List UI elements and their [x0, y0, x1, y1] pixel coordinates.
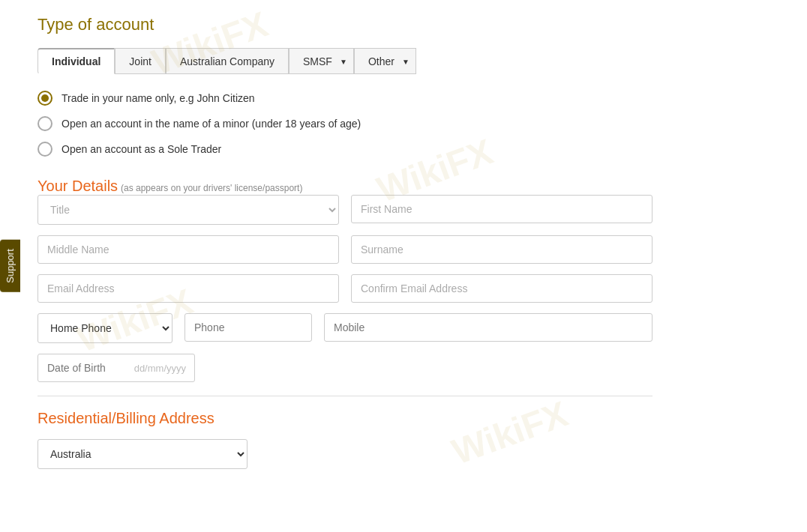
radio-label-sole-trader: Open an account as a Sole Trader: [62, 143, 221, 155]
section-divider: [38, 396, 652, 396]
confirm-email-input[interactable]: [351, 274, 652, 303]
middle-name-input[interactable]: [38, 235, 339, 264]
radio-item-sole-trader[interactable]: Open an account as a Sole Trader: [38, 142, 652, 157]
phone-type-field: Home PhoneWork PhoneMobile: [38, 313, 172, 343]
tab-joint[interactable]: Joint: [115, 48, 166, 74]
your-details-title: Your Details: [38, 178, 118, 194]
email-input[interactable]: [38, 274, 339, 303]
your-details-section: Your Details (as appears on your drivers…: [38, 178, 652, 382]
dob-field: dd/mm/yyyy: [38, 354, 195, 382]
your-details-subtitle: (as appears on your drivers' license/pas…: [121, 183, 302, 193]
middle-name-field: [38, 235, 339, 264]
account-subtype-radio-group: Trade in your name only, e.g John Citize…: [38, 91, 652, 157]
billing-section: Residential/Billing Address AustraliaNew…: [38, 410, 652, 469]
radio-circle-sole-trader: [38, 142, 52, 157]
page-title: Type of account: [38, 15, 652, 34]
account-type-tabs: IndividualJointAustralian CompanySMSF▼Ot…: [38, 48, 652, 74]
first-name-field: [351, 195, 652, 225]
tab-dropdown-arrow-smsf: ▼: [340, 57, 347, 65]
dob-row: dd/mm/yyyy: [38, 354, 652, 382]
radio-label-minor-account: Open an account in the name of a minor (…: [62, 118, 361, 130]
radio-item-minor-account[interactable]: Open an account in the name of a minor (…: [38, 116, 652, 131]
support-tab[interactable]: Support: [0, 240, 20, 292]
tab-other[interactable]: Other▼: [354, 48, 416, 74]
country-field: AustraliaNew ZealandUnited KingdomUnited…: [38, 439, 248, 469]
surname-field: [351, 235, 652, 264]
email-row: [38, 274, 652, 303]
main-content: Type of account IndividualJointAustralia…: [15, 0, 675, 484]
phone-type-select[interactable]: Home PhoneWork PhoneMobile: [38, 313, 172, 343]
mobile-field: [324, 313, 652, 343]
email-field: [38, 274, 339, 303]
country-select[interactable]: AustraliaNew ZealandUnited KingdomUnited…: [38, 439, 248, 469]
tab-dropdown-arrow-other: ▼: [402, 57, 410, 65]
mobile-input[interactable]: [324, 313, 652, 342]
tab-smsf[interactable]: SMSF▼: [289, 48, 354, 74]
middlename-surname-row: [38, 235, 652, 264]
surname-input[interactable]: [351, 235, 652, 264]
title-select[interactable]: TitleMrMrsMsMissDrProf: [38, 195, 339, 225]
phone-number-field: [184, 313, 312, 343]
radio-item-trade-own-name[interactable]: Trade in your name only, e.g John Citize…: [38, 91, 652, 106]
radio-circle-trade-own-name: [38, 91, 52, 106]
title-field: TitleMrMrsMsMissDrProf: [38, 195, 339, 225]
title-firstname-row: TitleMrMrsMsMissDrProf: [38, 195, 652, 225]
first-name-input[interactable]: [351, 195, 652, 223]
country-row: AustraliaNew ZealandUnited KingdomUnited…: [38, 439, 652, 469]
dob-input[interactable]: [38, 354, 195, 382]
tab-individual[interactable]: Individual: [38, 48, 115, 74]
radio-circle-minor-account: [38, 116, 52, 131]
support-label: Support: [4, 249, 16, 283]
tab-australian-company[interactable]: Australian Company: [166, 48, 289, 74]
confirm-email-field: [351, 274, 652, 303]
billing-title: Residential/Billing Address: [38, 410, 652, 427]
radio-label-trade-own-name: Trade in your name only, e.g John Citize…: [62, 92, 255, 104]
phone-input[interactable]: [184, 313, 312, 342]
phone-row: Home PhoneWork PhoneMobile: [38, 313, 652, 343]
